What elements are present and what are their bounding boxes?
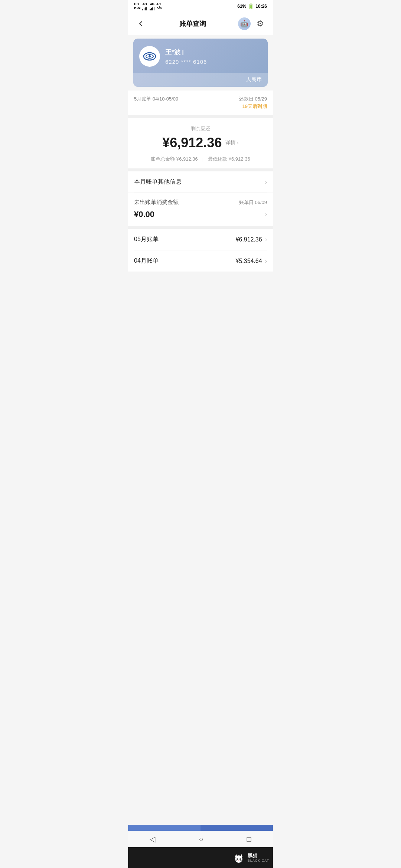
status-left: HDHD2 4G 4G 4.1K/s [134,2,162,10]
due-date: 还款日 05/29 [239,96,267,102]
monthly-bills-section: 05月账单 ¥6,912.36 › 04月账单 ¥5,354.64 › [128,229,273,272]
unprocessed-header: 未出账单消费金额 账单日 06/09 [134,199,267,206]
amount-row: ¥6,912.36 详情 › [134,135,267,151]
card-logo [139,46,160,67]
unprocessed-date: 账单日 06/09 [239,199,267,206]
robot-icon-btn[interactable]: 🤖 [238,17,251,30]
unprocessed-chevron: › [265,211,267,218]
speed-indicator: 4.1K/s [156,3,162,10]
card-section: 王*波 | 6229 **** 6106 人民币 [133,39,268,87]
days-left: 19天后到期 [239,103,267,110]
card-number: 6229 **** 6106 [165,59,262,65]
time-display: 10:26 [255,4,267,9]
amount-section: 剩余应还 ¥6,912.36 详情 › 账单总金额 ¥6,912.36 | 最低… [128,118,273,168]
detail-label: 详情 [225,139,236,146]
card-currency: 人民币 [133,73,268,87]
back-button[interactable] [134,17,147,30]
settings-icon-btn[interactable]: ⚙ [254,17,267,30]
detail-link[interactable]: 详情 › [225,139,238,146]
svg-point-2 [149,55,151,57]
unprocessed-title: 未出账单消费金额 [134,199,179,206]
divider-1 [128,115,273,118]
sub-divider: | [202,157,203,162]
bill-right-1: ¥5,354.64 › [235,258,267,264]
amount-sub: 账单总金额 ¥6,912.36 | 最低还款 ¥6,912.36 [134,156,267,162]
main-amount: ¥6,912.36 [162,135,222,151]
battery-text: 61% [237,4,246,9]
unprocessed-amount-row[interactable]: ¥0.00 › [134,210,267,219]
signal-group2: 4G [150,2,154,10]
header: 账单查询 🤖 ⚙ [128,13,273,35]
bill-right-0: ¥6,912.36 › [235,236,267,243]
card-top: 王*波 | 6229 **** 6106 [133,39,268,73]
bill-label-0: 05月账单 [134,236,159,243]
divider-2 [128,168,273,171]
unprocessed-section: 未出账单消费金额 账单日 06/09 ¥0.00 › [128,193,273,226]
card-info: 王*波 | 6229 **** 6106 [165,48,262,65]
other-info-right: › [265,179,267,185]
status-bar: HDHD2 4G 4G 4.1K/s 61% 🔋 10:26 [128,0,273,13]
bill-chevron-1: › [265,258,267,264]
network-indicator: HDHD2 [134,3,140,10]
battery-icon: 🔋 [248,3,254,9]
bill-item-0[interactable]: 05月账单 ¥6,912.36 › [128,229,273,250]
other-info-label: 本月账单其他信息 [134,178,182,186]
total-amount: 账单总金额 ¥6,912.36 [151,156,198,162]
header-icons: 🤖 ⚙ [238,17,267,30]
unprocessed-amount: ¥0.00 [134,210,154,219]
status-right: 61% 🔋 10:26 [237,3,267,9]
divider-3 [128,226,273,229]
detail-chevron: › [237,139,238,146]
other-info-chevron: › [265,179,267,185]
bill-label-1: 04月账单 [134,257,159,265]
bottom-spacer [128,272,273,316]
min-payment: 最低还款 ¥6,912.36 [208,156,250,162]
robot-icon: 🤖 [240,20,248,28]
amount-label: 剩余应还 [134,125,267,132]
bill-amount-1: ¥5,354.64 [235,258,262,264]
bill-chevron-0: › [265,236,267,243]
period-right: 还款日 05/29 19天后到期 [239,96,267,110]
card-user-name: 王*波 | [165,48,262,56]
bill-item-1[interactable]: 04月账单 ¥5,354.64 › [128,250,273,272]
page-title: 账单查询 [147,19,238,28]
billing-period-section: 5月账单 04/10-05/09 还款日 05/29 19天后到期 [128,91,273,115]
signal-group: 4G [142,2,147,10]
billing-period-label: 5月账单 04/10-05/09 [134,96,178,102]
bill-amount-0: ¥6,912.36 [235,236,262,243]
other-info-item[interactable]: 本月账单其他信息 › [128,171,273,193]
